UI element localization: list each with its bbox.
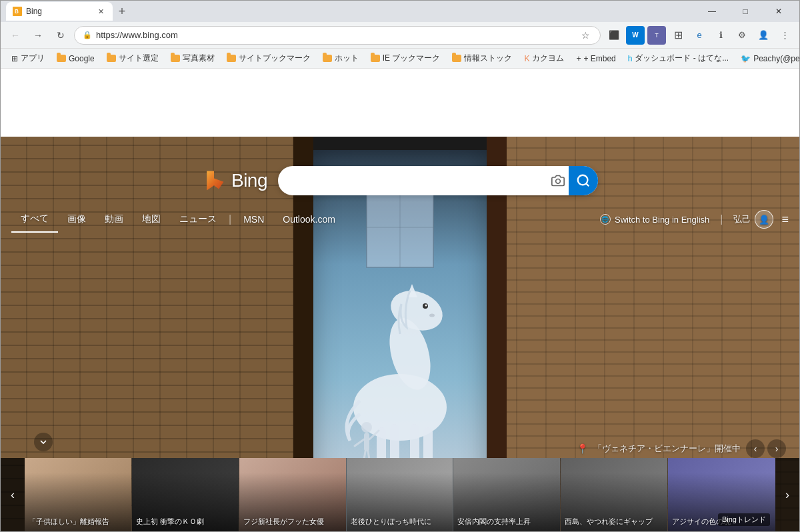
ms-icon[interactable]: W — [626, 26, 645, 45]
nav-item-maps[interactable]: 地図 — [133, 207, 170, 232]
scroll-down-button[interactable] — [34, 433, 53, 451]
bm-apps[interactable]: ⊞ アプリ — [6, 51, 50, 66]
maximize-button[interactable]: □ — [730, 1, 761, 22]
switch-language-btn[interactable]: 🌐 Switch to Bing in English — [600, 214, 709, 225]
bookmarks-bar: ⊞ アプリ Google サイト選定 写真素材 サイトブックマーク ホット IE… — [1, 49, 799, 69]
url-actions: ☆ — [579, 29, 592, 42]
search-box[interactable] — [278, 166, 598, 195]
bm-site-label: サイト選定 — [119, 53, 159, 64]
bing-navigation: すべて 画像 動画 地図 ニュース | MSN Outlook.com 🌐 Sw… — [1, 205, 799, 234]
browser-window: B Bing ✕ + — □ ✕ ← → ↻ 🔒 https://www.bin… — [0, 0, 800, 532]
bm-kakuyomu[interactable]: K カクヨム — [519, 51, 569, 66]
extensions-icon[interactable]: ⬛ — [605, 26, 623, 45]
news-item[interactable]: 安倍内閣の支持率上昇 — [453, 458, 561, 531]
nav-item-outlook[interactable]: Outlook.com — [273, 207, 345, 231]
ie-icon[interactable]: e — [690, 26, 709, 45]
bm-peachy-label: Peachy(@peachy_lo... — [753, 54, 799, 63]
window-controls: — □ ✕ — [697, 1, 794, 22]
info-icon[interactable]: ℹ — [711, 26, 730, 45]
nav-item-all[interactable]: すべて — [11, 206, 58, 233]
nav-right-divider: | — [717, 213, 725, 225]
bm-ie[interactable]: IE ブックマーク — [365, 51, 446, 66]
svg-text:B: B — [15, 9, 19, 15]
camera-search-button[interactable] — [547, 170, 569, 191]
url-bar[interactable]: 🔒 https://www.bing.com ☆ — [74, 26, 601, 45]
bm-hatena-label: ダッシュボード - はてな... — [635, 53, 729, 64]
close-button[interactable]: ✕ — [763, 1, 794, 22]
bm-embed-label: + Embed — [583, 54, 615, 63]
bm-bookmarks[interactable]: サイトブックマーク — [221, 51, 316, 66]
bm-google[interactable]: Google — [51, 52, 100, 65]
news-item-title: 西島、やつれ姿にギャップ — [565, 517, 663, 526]
profile-icon[interactable]: 👤 — [754, 26, 773, 45]
apps-icon[interactable]: ⊞ — [669, 26, 687, 45]
location-info: 📍 「ヴェネチア・ビエンナーレ」開催中 ‹ › — [577, 439, 786, 458]
prev-image-button[interactable]: ‹ — [746, 439, 765, 458]
nav-divider: | — [226, 213, 234, 225]
bm-peachy[interactable]: 🐦 Peachy(@peachy_lo... — [735, 52, 799, 65]
news-item[interactable]: フジ新社長がフッた女優 — [239, 458, 347, 531]
back-button[interactable]: ← — [6, 26, 25, 45]
search-input[interactable] — [289, 175, 547, 187]
news-prev-button[interactable]: ‹ — [1, 458, 25, 531]
tab-strip: B Bing ✕ + — [6, 2, 697, 21]
forward-button[interactable]: → — [29, 26, 47, 45]
user-avatar: 👤 — [755, 210, 773, 229]
bing-trend-badge: Bingトレンド — [718, 513, 770, 526]
bing-logo: Bing — [202, 169, 267, 193]
folder-icon — [227, 55, 236, 62]
next-image-button[interactable]: › — [767, 439, 786, 458]
apps-bm-icon: ⊞ — [11, 54, 18, 63]
bing-logo-text: Bing — [231, 170, 267, 191]
svg-point-9 — [425, 305, 427, 307]
news-item-title: 老後ひとりぼっち時代に — [351, 517, 449, 526]
bm-info-label: 情報ストック — [464, 53, 512, 64]
reload-button[interactable]: ↻ — [51, 26, 70, 45]
folder-icon — [171, 55, 180, 62]
svg-point-10 — [429, 314, 435, 317]
image-nav-arrows: ‹ › — [746, 439, 786, 458]
search-button[interactable] — [569, 166, 598, 195]
teams-icon[interactable]: T — [647, 26, 666, 45]
nav-item-videos[interactable]: 動画 — [95, 207, 133, 232]
news-item[interactable]: 老後ひとりぼっち時代に — [347, 458, 454, 531]
news-item[interactable]: アジサイの色の現 Bingトレンド — [668, 458, 775, 531]
bm-info[interactable]: 情報ストック — [447, 51, 517, 66]
user-name-text: 弘己 — [733, 213, 751, 225]
address-bar: ← → ↻ 🔒 https://www.bing.com ☆ ⬛ W T ⊞ e… — [1, 22, 799, 49]
location-pin-icon: 📍 — [577, 443, 588, 454]
settings-icon[interactable]: ⚙ — [733, 26, 751, 45]
hamburger-menu-btn[interactable]: ≡ — [781, 213, 789, 227]
nav-item-news[interactable]: ニュース — [170, 207, 226, 232]
news-item-title: 安倍内閣の支持率上昇 — [457, 517, 556, 526]
menu-icon[interactable]: ⋮ — [775, 26, 794, 45]
bm-photos-label: 写真素材 — [183, 53, 215, 64]
new-tab-button[interactable]: + — [113, 2, 131, 21]
news-item[interactable]: 史上初 衝撃のＫＯ劇 — [132, 458, 239, 531]
minimize-button[interactable]: — — [697, 1, 727, 22]
news-item[interactable]: 西島、やつれ姿にギャップ — [561, 458, 668, 531]
news-next-button[interactable]: › — [775, 458, 799, 531]
bing-hero: すべて 画像 動画 地図 ニュース | MSN Outlook.com 🌐 Sw… — [1, 137, 799, 531]
tab-close-button[interactable]: ✕ — [95, 6, 106, 17]
bm-photos[interactable]: 写真素材 — [165, 51, 220, 66]
bm-embed[interactable]: + + Embed — [571, 52, 621, 65]
bm-site[interactable]: サイト選定 — [101, 51, 164, 66]
svg-rect-17 — [364, 433, 369, 451]
bm-apps-label: アプリ — [21, 53, 45, 64]
bm-hot[interactable]: ホット — [317, 51, 364, 66]
active-tab[interactable]: B Bing ✕ — [6, 2, 113, 21]
star-icon[interactable]: ☆ — [579, 29, 592, 42]
svg-point-16 — [361, 422, 372, 433]
door-top — [293, 137, 507, 150]
security-icon: 🔒 — [83, 31, 92, 39]
news-items-container: 「子供ほしい」離婚報告 史上初 衝撃のＫＯ劇 フジ新社長がフッた女優 — [25, 458, 775, 531]
nav-item-images[interactable]: 画像 — [58, 207, 95, 232]
user-profile-btn[interactable]: 弘己 👤 — [733, 210, 773, 229]
news-item-title: 「子供ほしい」離婚報告 — [29, 517, 127, 526]
folder-icon — [371, 55, 380, 62]
bm-hatena[interactable]: h ダッシュボード - はてな... — [623, 51, 734, 66]
news-item[interactable]: 「子供ほしい」離婚報告 — [25, 458, 132, 531]
nav-item-msn[interactable]: MSN — [234, 207, 273, 231]
bm-hot-label: ホット — [335, 53, 359, 64]
